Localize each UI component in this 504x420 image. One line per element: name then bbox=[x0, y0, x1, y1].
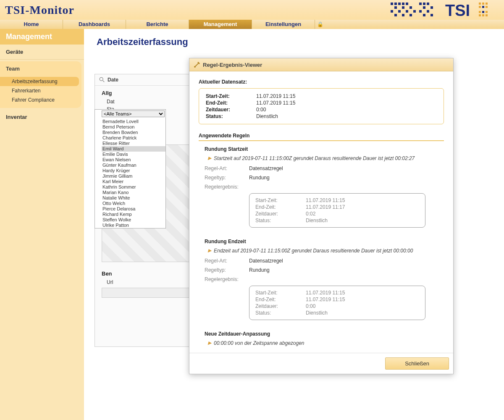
svg-rect-13 bbox=[402, 14, 404, 16]
team-filter-select[interactable]: <Alle Teams> bbox=[102, 110, 165, 117]
current-dataset-box: Start-Zeit:11.07.2019 11:15 End-Zeit:11.… bbox=[199, 88, 444, 124]
filter-panel: <Alle Teams> Bernadette LovellBernd Pete… bbox=[94, 109, 166, 228]
driver-list-item[interactable]: Jimmie Gilliam bbox=[102, 173, 165, 179]
driver-list-item[interactable]: Emil Ward bbox=[102, 146, 165, 152]
svg-line-38 bbox=[103, 81, 105, 82]
driver-list-item[interactable]: Charlene Patrick bbox=[102, 135, 165, 141]
svg-text:TSI: TSI bbox=[445, 2, 470, 18]
driver-list-item[interactable]: Emilie Davis bbox=[102, 152, 165, 157]
lbl-dur: Zeitdauer: bbox=[206, 106, 256, 113]
search-icon bbox=[99, 77, 105, 83]
svg-rect-10 bbox=[406, 10, 408, 13]
svg-rect-7 bbox=[410, 6, 412, 9]
sidebar-item-arbeitszeit[interactable]: Arbeitszeiterfassung bbox=[0, 77, 79, 86]
driver-name-list: Bernadette LovellBernd PetersonBrenden B… bbox=[102, 119, 165, 228]
nav-dashboards[interactable]: Dashboards bbox=[63, 20, 126, 29]
driver-list-item[interactable]: Otto Welch bbox=[102, 201, 165, 206]
driver-list-item[interactable]: Karl Meier bbox=[102, 179, 165, 184]
svg-rect-1 bbox=[394, 3, 397, 5]
driver-list-item[interactable]: Günter Kaufman bbox=[102, 163, 165, 168]
driver-list-item[interactable]: Marian Kano bbox=[102, 190, 165, 195]
svg-rect-35 bbox=[486, 11, 488, 13]
driver-list-item[interactable]: Ulrike Patton bbox=[102, 223, 165, 228]
svg-rect-5 bbox=[394, 6, 397, 9]
svg-rect-32 bbox=[482, 14, 484, 16]
svg-rect-9 bbox=[398, 10, 401, 13]
svg-rect-0 bbox=[391, 3, 393, 5]
rule3-msg-text: 00:00:00 von der Zeitspanne abgezogen bbox=[214, 340, 304, 346]
svg-rect-14 bbox=[410, 14, 412, 16]
rule1-msg: ▶Startzeit auf 2019-07-11 11:15:00Z geru… bbox=[199, 155, 444, 161]
svg-rect-21 bbox=[427, 10, 429, 13]
current-dataset-label: Aktueller Datensatz: bbox=[199, 79, 444, 85]
driver-list-item[interactable]: Hardy Krüger bbox=[102, 168, 165, 173]
svg-rect-29 bbox=[486, 6, 488, 8]
rule3-title: Neue Zeitdauer-Anpassung bbox=[199, 331, 444, 337]
sidebar-section-inventar[interactable]: Inventar bbox=[0, 110, 84, 124]
lbl-end: End-Zeit: bbox=[206, 100, 256, 106]
rule2-typ-val: Rundung bbox=[249, 267, 270, 273]
driver-list-item[interactable]: Brenden Bowden bbox=[102, 130, 165, 135]
driver-list-item[interactable]: Ewan Nielsen bbox=[102, 157, 165, 163]
rule1-art-val: Datensatzregel bbox=[249, 165, 283, 171]
svg-rect-17 bbox=[427, 3, 429, 5]
sidebar: Management Geräte Team Arbeitszeiterfass… bbox=[0, 29, 84, 420]
lock-icon[interactable]: 🔒 bbox=[315, 21, 325, 27]
svg-rect-18 bbox=[423, 6, 425, 9]
svg-rect-31 bbox=[479, 14, 481, 16]
rule1-title: Rundung Startzeit bbox=[199, 146, 444, 152]
val-end: 11.07.2019 11:15 bbox=[256, 100, 295, 106]
modal-body[interactable]: Aktueller Datensatz: Start-Zeit:11.07.20… bbox=[189, 71, 453, 353]
driver-list-item[interactable]: Steffen Wolke bbox=[102, 217, 165, 223]
top-nav: Home Dashboards Berichte Management Eins… bbox=[0, 20, 504, 29]
nav-einstellungen[interactable]: Einstellungen bbox=[252, 20, 315, 29]
rule2-title: Rundung Endzeit bbox=[199, 239, 444, 244]
driver-list-item[interactable]: Natalie White bbox=[102, 195, 165, 201]
nav-management[interactable]: Management bbox=[189, 20, 252, 29]
lbl-start: Start-Zeit: bbox=[206, 93, 256, 100]
svg-rect-8 bbox=[391, 10, 393, 13]
driver-list-item[interactable]: Kathrin Sommer bbox=[102, 184, 165, 190]
sidebar-section-team: Team Arbeitszeiterfassung Fahrerkarten F… bbox=[0, 61, 81, 108]
svg-rect-25 bbox=[479, 3, 481, 5]
svg-rect-28 bbox=[479, 6, 481, 8]
rule2-erg-lbl: Regelergebnis: bbox=[205, 276, 249, 282]
svg-rect-16 bbox=[423, 3, 425, 5]
val-start: 11.07.2019 11:15 bbox=[256, 93, 295, 100]
bg-head-text: Date bbox=[108, 77, 118, 83]
driver-list-item[interactable]: Bernadette Lovell bbox=[102, 119, 165, 124]
rule1-msg-text: Startzeit auf 2019-07-11 11:15:00Z gerun… bbox=[214, 155, 415, 161]
driver-list-item[interactable]: Bernd Peterson bbox=[102, 124, 165, 130]
svg-rect-30 bbox=[482, 6, 484, 8]
rule2-msg-text: Endzeit auf 2019-07-11 11:15:00Z gerunde… bbox=[214, 248, 413, 254]
rule2-art-val: Datensatzregel bbox=[249, 258, 283, 264]
sidebar-item-fahrerkarten[interactable]: Fahrerkarten bbox=[0, 86, 79, 95]
lbl-status: Status: bbox=[206, 113, 256, 120]
driver-list-item[interactable]: Pierce Delarosa bbox=[102, 206, 165, 212]
svg-rect-2 bbox=[398, 3, 401, 5]
nav-berichte[interactable]: Berichte bbox=[126, 20, 189, 29]
svg-rect-36 bbox=[482, 11, 484, 13]
close-button[interactable]: Schließen bbox=[385, 357, 449, 370]
sidebar-item-compliance[interactable]: Fahrer Compliance bbox=[0, 95, 79, 105]
rule1-typ-lbl: Regeltyp: bbox=[205, 175, 249, 181]
val-dur: 0:00 bbox=[256, 106, 266, 113]
arrow-icon: ▶ bbox=[208, 248, 211, 253]
sidebar-head-inventar[interactable]: Inventar bbox=[0, 110, 84, 124]
rule2-typ-lbl: Regeltyp: bbox=[205, 267, 249, 273]
driver-list-item[interactable]: Richard Kemp bbox=[102, 212, 165, 217]
driver-list-item[interactable]: Ellesse Ritter bbox=[102, 141, 165, 146]
modal-title-text: Regel-Ergebnis-Viewer bbox=[203, 62, 262, 68]
sidebar-title: Management bbox=[0, 29, 84, 45]
sidebar-head-team[interactable]: Team bbox=[0, 61, 81, 76]
sidebar-head-geraete[interactable]: Geräte bbox=[0, 45, 84, 59]
sidebar-section-geraete[interactable]: Geräte bbox=[0, 45, 84, 60]
arrow-icon: ▶ bbox=[208, 340, 211, 346]
svg-rect-12 bbox=[394, 14, 397, 16]
svg-point-39 bbox=[194, 66, 196, 68]
arrow-icon: ▶ bbox=[208, 155, 211, 161]
modal-title-bar: Regel-Ergebnis-Viewer bbox=[189, 58, 453, 71]
svg-rect-11 bbox=[413, 10, 416, 13]
page-title: Arbeitszeiterfassung bbox=[97, 37, 491, 47]
nav-home[interactable]: Home bbox=[0, 20, 63, 29]
